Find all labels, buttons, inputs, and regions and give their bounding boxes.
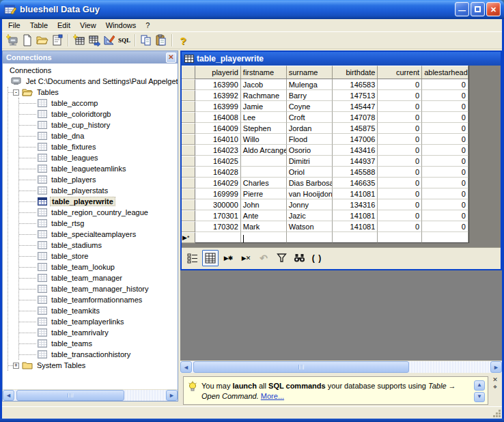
form-view-icon[interactable]: [184, 250, 201, 266]
help-icon[interactable]: ?: [176, 33, 191, 48]
row-selector[interactable]: [182, 167, 195, 178]
scroll-right-icon[interactable]: ►: [166, 390, 178, 401]
tree-item-table[interactable]: table_teamformationnames: [19, 294, 178, 305]
undo-icon[interactable]: ↶: [255, 250, 272, 266]
refresh-icon[interactable]: ( ): [309, 250, 325, 266]
tip-close-icon[interactable]: ✕: [492, 377, 498, 383]
table-design-icon[interactable]: [102, 33, 117, 48]
tree-item-table[interactable]: table_store: [19, 251, 178, 262]
column-header[interactable]: playerid: [195, 66, 241, 79]
menu-help[interactable]: ?: [141, 20, 154, 31]
tip-scroll-up-icon[interactable]: ▲: [474, 380, 485, 391]
row-selector[interactable]: [182, 134, 195, 145]
row-selector[interactable]: [182, 221, 195, 232]
tree-item-table[interactable]: table_transactionhistory: [19, 349, 178, 360]
grid-view-icon[interactable]: [202, 250, 219, 266]
row-selector-header[interactable]: [182, 66, 195, 79]
tree-item-table[interactable]: table_region_country_league: [19, 207, 178, 218]
row-selector[interactable]: [182, 101, 195, 112]
new-document-icon[interactable]: [20, 33, 35, 48]
child-window-title-bar[interactable]: table_playerwrite: [182, 52, 501, 66]
properties-icon[interactable]: [50, 33, 65, 48]
row-selector[interactable]: [182, 188, 195, 199]
column-header[interactable]: birthdate: [333, 66, 378, 79]
tree-item-table[interactable]: table_teamrivalry: [19, 327, 178, 338]
menu-view[interactable]: View: [75, 20, 101, 31]
tree-item-table[interactable]: table_leagues: [19, 152, 178, 163]
new-connection-icon[interactable]: [5, 33, 20, 48]
scrollbar-thumb[interactable]: [193, 361, 409, 373]
scroll-left-icon[interactable]: ◄: [180, 361, 192, 373]
tree-item-table[interactable]: table_teamkits: [19, 305, 178, 316]
tip-scroll-down-icon[interactable]: ▼: [474, 392, 485, 402]
delete-record-icon[interactable]: ▶✕: [238, 250, 254, 266]
panel-close-icon[interactable]: ✕: [166, 53, 176, 63]
open-folder-icon[interactable]: [35, 33, 50, 48]
copy-icon[interactable]: [139, 33, 154, 48]
tree-item-table[interactable]: table_fixtures: [19, 141, 178, 152]
collapse-expander-icon[interactable]: [13, 89, 19, 96]
mdi-horizontal-scrollbar[interactable]: ◄ ►: [180, 361, 502, 373]
tree-item-system-tables-folder[interactable]: System Tables: [8, 360, 178, 371]
tree-item-table[interactable]: table_stadiums: [19, 240, 178, 251]
menu-table[interactable]: Table: [25, 20, 53, 31]
tree-item-table[interactable]: table_rtsg: [19, 218, 178, 229]
row-selector[interactable]: [182, 112, 195, 123]
maximize-button[interactable]: [471, 2, 485, 16]
tree-item-table[interactable]: table_accomp: [19, 98, 178, 109]
tree-item-table-selected[interactable]: table_playerwrite: [19, 196, 178, 207]
row-selector[interactable]: [182, 123, 195, 134]
row-selector[interactable]: [182, 145, 195, 156]
title-bar[interactable]: blueshell Data Guy — ✕: [0, 0, 504, 19]
tree-item-table[interactable]: table_playerstats: [19, 185, 178, 196]
scroll-right-icon[interactable]: ►: [490, 361, 502, 373]
tree-item-table[interactable]: table_teamplayerlinks: [19, 316, 178, 327]
tree-item-table[interactable]: table_teams: [19, 338, 178, 349]
insert-record-icon[interactable]: ▶✱: [220, 250, 236, 266]
tree-item-table[interactable]: table_coloridtorgb: [19, 109, 178, 119]
tree-item-table[interactable]: table_team_manager: [19, 272, 178, 283]
column-header[interactable]: surname: [287, 66, 333, 79]
row-selector[interactable]: [182, 156, 195, 167]
row-selector[interactable]: [182, 90, 195, 101]
tree-item-table[interactable]: table_leagueteamlinks: [19, 163, 178, 174]
table-selected-icon: [38, 197, 47, 206]
minimize-button[interactable]: —: [455, 2, 469, 16]
tree-horizontal-scrollbar[interactable]: ◄ ►: [3, 389, 178, 401]
column-header[interactable]: current: [378, 66, 422, 79]
tree-item-connections-root[interactable]: Connections: [3, 65, 178, 76]
tree-item-table[interactable]: table_cup_history: [19, 119, 178, 130]
sql-icon[interactable]: SQL: [117, 33, 132, 48]
tree-item-table[interactable]: table_players: [19, 174, 178, 185]
tree-item-table[interactable]: table_specialteamplayers: [19, 229, 178, 240]
row-selector[interactable]: [182, 178, 195, 188]
scroll-left-icon[interactable]: ◄: [3, 390, 14, 401]
new-record-marker[interactable]: ▶*: [182, 232, 195, 243]
menu-file[interactable]: File: [3, 20, 25, 31]
row-selector[interactable]: [182, 210, 195, 221]
tree-item-tables-folder[interactable]: Tables: [8, 87, 178, 98]
open-table-icon[interactable]: [87, 33, 102, 48]
connections-panel-header: Connections ✕: [3, 51, 178, 64]
menu-windows[interactable]: Windows: [101, 20, 141, 31]
menu-edit[interactable]: Edit: [53, 20, 75, 31]
filter-icon[interactable]: [273, 250, 290, 266]
resize-grip[interactable]: [492, 409, 501, 418]
table-icon: [38, 307, 47, 315]
tree-item-table[interactable]: table_team_lookup: [19, 262, 178, 272]
expand-expander-icon[interactable]: [13, 363, 19, 369]
tree-item-jet-connection[interactable]: Jet C:\Documents and Settings\Paul Appel…: [3, 76, 178, 87]
column-header[interactable]: ablestarhead: [422, 66, 468, 79]
tree-item-table[interactable]: table_dna: [19, 130, 178, 141]
tip-dock-icon[interactable]: ❖: [493, 384, 497, 390]
scrollbar-thumb[interactable]: [16, 390, 124, 401]
tree-item-table[interactable]: table_team_manager_history: [19, 283, 178, 294]
paste-icon[interactable]: [154, 33, 169, 48]
find-icon[interactable]: [291, 250, 307, 266]
row-selector[interactable]: [182, 79, 195, 90]
new-table-icon[interactable]: [72, 33, 87, 48]
tip-more-link[interactable]: More...: [261, 392, 284, 400]
row-selector[interactable]: [182, 199, 195, 210]
close-button[interactable]: ✕: [486, 2, 501, 16]
column-header[interactable]: firstname: [241, 66, 287, 79]
